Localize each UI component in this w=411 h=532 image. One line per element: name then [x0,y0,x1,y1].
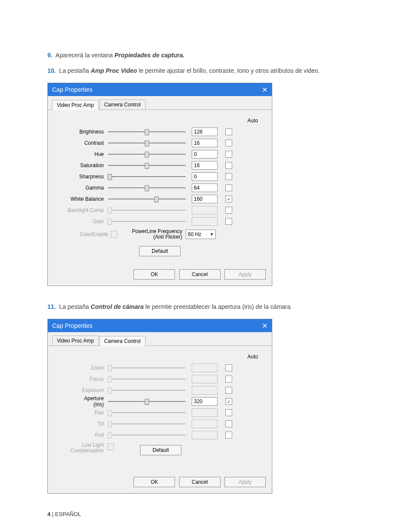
auto-header: Auto [56,118,263,124]
value-box [192,408,218,417]
auto-checkbox [225,218,232,225]
control-label: Tilt [56,421,108,427]
control-label: Aperture(Iris) [56,395,108,408]
tabstrip: Video Proc Amp Camera Control [48,332,272,346]
value-box: 0 [192,172,218,181]
step-number: 10. [47,67,56,74]
tab-video-proc-amp[interactable]: Video Proc Amp [52,100,99,110]
auto-checkbox [225,387,232,394]
slider [108,412,186,413]
auto-checkbox[interactable] [225,162,232,169]
auto-checkbox [225,409,232,416]
apply-button: Apply [224,477,266,487]
value-box: 160 [192,195,218,203]
slider [108,390,186,391]
auto-checkbox [225,376,232,383]
auto-checkbox[interactable] [225,173,232,180]
control-row: Zoom [56,362,263,373]
auto-checkbox [225,420,232,427]
step-number: 11. [47,303,56,310]
auto-checkbox [225,364,232,371]
dialog-title: Cap Properties [52,86,92,93]
powerline-select[interactable]: 60 Hz ▼ [186,230,216,239]
tabstrip: Video Proc Amp Camera Control [48,96,272,110]
control-label: Roll [56,432,108,438]
lowlight-checkbox [107,443,114,450]
ok-button[interactable]: OK [134,269,175,280]
slider[interactable] [108,187,186,188]
apply-button: Apply [224,269,266,280]
close-icon[interactable]: ✕ [262,86,268,94]
control-label: Focus [56,376,108,382]
value-box [192,420,218,428]
auto-header: Auto [56,354,263,360]
tab-camera-control[interactable]: Camera Control [100,100,146,109]
value-box [192,217,218,226]
auto-checkbox[interactable] [225,151,232,158]
value-box [192,386,218,395]
auto-checkbox[interactable] [225,184,232,191]
control-row: Tilt [56,418,263,429]
value-box [192,364,218,372]
auto-checkbox[interactable]: ✓ [225,398,232,405]
slider[interactable] [108,199,186,199]
cancel-button[interactable]: Cancel [179,269,221,280]
control-row: Roll [56,429,263,441]
slider [108,210,186,211]
control-label: Gain [56,218,108,224]
tab-camera-control[interactable]: Camera Control [100,336,146,346]
value-box [192,206,218,215]
powerline-value: 60 Hz [188,231,201,237]
auto-checkbox [225,207,232,214]
control-row: Exposure [56,385,263,396]
close-icon[interactable]: ✕ [262,322,268,330]
control-row: White Balance160✓ [56,193,263,205]
cancel-button[interactable]: Cancel [179,477,221,487]
control-row: Saturation16 [56,160,263,171]
slider[interactable] [108,154,186,155]
colorenable-checkbox [111,231,118,238]
control-row: Hue0 [56,149,263,160]
control-label: Saturation [56,162,108,168]
cap-properties-dialog-2: Cap Properties ✕ Video Proc Amp Camera C… [47,319,272,494]
button-bar: OK Cancel Apply [48,473,272,493]
control-row: Backlight Comp [56,205,263,216]
lowlight-label: Low Light Compensation [56,442,107,454]
control-label: Zoom [56,365,108,371]
page-footer: 4 | ESPAÑOL [47,511,364,517]
default-button[interactable]: Default [140,445,181,455]
control-row: Sharpness0 [56,171,263,182]
auto-checkbox[interactable]: ✓ [225,196,232,202]
powerline-label: PowerLine Frequency (Anti Flicker) [126,229,182,240]
control-label: Exposure [56,387,108,393]
intro-line-10: 10. La pestaña Amp Proc Video le permite… [47,67,364,74]
slider [108,423,186,424]
titlebar: Cap Properties ✕ [48,83,272,96]
slider [108,367,186,368]
slider [108,221,186,222]
ok-button[interactable]: OK [134,477,175,487]
value-box [192,375,218,383]
auto-checkbox[interactable] [225,140,232,146]
control-row: Focus [56,373,263,385]
button-bar: OK Cancel Apply [48,265,272,286]
value-box: 320 [192,397,218,406]
value-box: 128 [192,128,218,136]
slider[interactable] [108,176,186,177]
value-box: 64 [192,184,218,192]
auto-checkbox[interactable] [225,128,232,135]
slider[interactable] [108,131,186,132]
slider[interactable] [108,143,186,143]
slider[interactable] [108,401,186,402]
control-label: White Balance [56,196,108,202]
control-label: Backlight Comp [56,207,108,213]
colorenable-powerline-row: ColorEnable PowerLine Frequency (Anti Fl… [56,227,263,242]
slider[interactable] [108,165,186,166]
tab-video-proc-amp[interactable]: Video Proc Amp [52,336,99,345]
default-button[interactable]: Default [139,246,181,256]
intro-line-11: 11. La pestaña Control de cámara le perm… [47,303,364,310]
control-label: Gamma [56,185,108,191]
colorenable-label: ColorEnable [74,231,111,237]
control-row: Aperture(Iris)320✓ [56,396,263,407]
lowlight-row: Low Light Compensation Default [56,441,263,455]
